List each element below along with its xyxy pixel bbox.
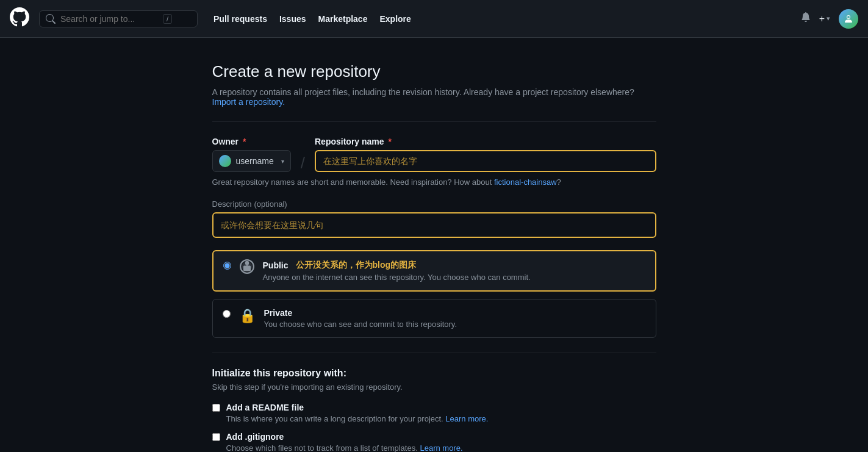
svg-rect-0 [245,261,249,265]
description-label: Description (optional) [212,199,656,209]
gitignore-row: Add .gitignore Choose which files not to… [212,432,656,452]
owner-label: Owner * [212,137,291,146]
private-radio[interactable] [223,310,231,318]
gitignore-content: Add .gitignore Choose which files not to… [226,432,463,452]
search-bar[interactable]: / [39,10,198,27]
private-content: Private You choose who can see and commi… [264,308,457,329]
public-content: Public 公开没关系的，作为blog的图床 Anyone on the in… [263,260,531,282]
import-link[interactable]: Import a repository. [212,97,285,107]
github-logo[interactable] [10,7,29,30]
nav-issues[interactable]: Issues [278,12,307,26]
repo-name-input[interactable] [315,150,656,172]
avatar[interactable] [839,9,858,29]
path-separator: / [301,137,305,173]
header-nav: Pull requests Issues Marketplace Explore [212,12,412,26]
readme-learn-link[interactable]: Learn more. [445,414,488,423]
init-title: Initialize this repository with: [212,368,656,379]
search-icon [46,14,56,24]
gitignore-learn-link[interactable]: Learn more. [420,443,462,452]
readme-content: Add a README file This is where you can … [226,403,489,423]
suggestion-link[interactable]: fictional-chainsaw [494,178,557,187]
private-desc: You choose who can see and commit to thi… [264,320,457,329]
owner-name: username [236,156,274,166]
plus-icon: + [819,13,825,24]
page-title: Create a new repository [212,62,656,81]
owner-select[interactable]: username ▾ [212,150,291,172]
public-option[interactable]: Public 公开没关系的，作为blog的图床 Anyone on the in… [212,250,656,292]
owner-repo-row: Owner * username ▾ / Repository name * [212,137,656,173]
owner-group: Owner * username ▾ [212,137,291,172]
caret-icon: ▾ [827,15,830,23]
divider [212,121,656,122]
public-radio[interactable] [223,262,231,270]
gitignore-label: Add .gitignore [226,432,463,442]
repo-required: * [388,137,391,146]
repo-name-label: Repository name * [315,137,656,146]
search-shortcut: / [163,14,172,24]
repo-name-group: Repository name * [315,137,656,172]
readme-desc: This is where you can write a long descr… [226,414,489,423]
svg-rect-1 [243,266,251,271]
readme-label: Add a README file [226,403,489,412]
owner-caret-icon: ▾ [281,158,284,165]
readme-checkbox[interactable] [212,404,220,412]
repo-hint: Great repository names are short and mem… [212,178,656,187]
description-input[interactable] [212,212,656,238]
owner-required: * [243,137,246,146]
notifications-icon[interactable] [801,12,811,25]
nav-pull-requests[interactable]: Pull requests [212,12,268,26]
description-group: Description (optional) [212,199,656,250]
gitignore-checkbox[interactable] [212,433,220,441]
private-option[interactable]: 🔒 Private You choose who can see and com… [212,299,656,338]
page-subtitle: A repository contains all project files,… [212,87,656,107]
owner-avatar [219,155,231,167]
new-dropdown[interactable]: + ▾ [819,13,830,24]
initialize-section: Initialize this repository with: Skip th… [212,368,656,452]
init-subtitle: Skip this step if you're importing an ex… [212,382,656,392]
public-icon [240,259,254,278]
nav-explore[interactable]: Explore [378,12,412,26]
search-input[interactable] [60,14,158,24]
header-right: + ▾ [801,9,858,29]
nav-marketplace[interactable]: Marketplace [317,12,369,26]
main-content: Create a new repository A repository con… [203,62,666,452]
gitignore-desc: Choose which files not to track from a l… [226,443,463,452]
divider-2 [212,353,656,353]
readme-row: Add a README file This is where you can … [212,403,656,423]
header: / Pull requests Issues Marketplace Explo… [0,0,868,38]
public-desc: Anyone on the internet can see this repo… [263,273,531,282]
lock-icon: 🔒 [239,308,256,324]
public-annotation: 公开没关系的，作为blog的图床 [296,260,417,271]
